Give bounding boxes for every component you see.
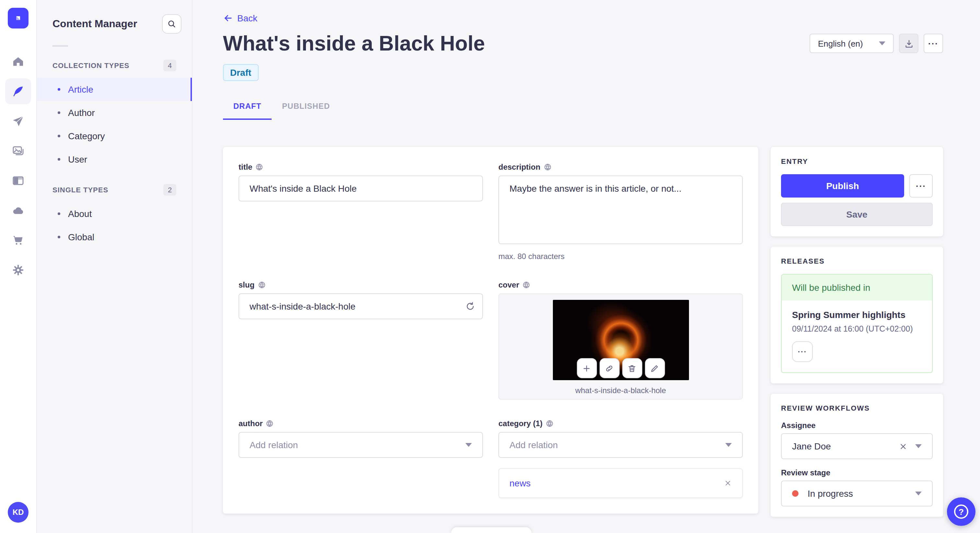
sidebar-media-library-button[interactable] <box>5 138 31 164</box>
section-count-badge: 4 <box>163 60 176 71</box>
delete-media-button[interactable] <box>622 358 642 378</box>
review-stage-label: Review stage <box>781 468 933 477</box>
field-cover: cover <box>498 281 743 400</box>
sidebar-content-manager-button[interactable] <box>5 78 31 104</box>
bullet-icon <box>58 158 60 160</box>
media-library-icon <box>12 144 25 157</box>
locale-value: English (en) <box>818 38 863 48</box>
assignee-label: Assignee <box>781 421 933 430</box>
sidebar-item-global[interactable]: Global <box>37 225 192 249</box>
sidebar-home-button[interactable] <box>5 49 31 75</box>
release-card: Will be published in Spring Summer highl… <box>781 274 933 373</box>
chevron-down-icon <box>915 492 922 495</box>
edit-media-button[interactable] <box>644 358 665 378</box>
regenerate-slug-button[interactable] <box>465 301 475 311</box>
back-link[interactable]: Back <box>223 13 257 23</box>
sidebar-content-type-builder-button[interactable] <box>5 168 31 194</box>
status-badge: Draft <box>223 64 258 81</box>
entry-more-button[interactable]: ··· <box>909 174 933 198</box>
add-component-pill[interactable] <box>451 527 531 533</box>
app-root: KD Content Manager COLLECTION TYPES 4 Ar… <box>0 0 980 533</box>
strapi-logo-icon <box>12 12 24 24</box>
release-more-button[interactable]: ··· <box>792 341 813 362</box>
localization-globe-icon <box>522 281 530 289</box>
tab-draft[interactable]: DRAFT <box>223 95 272 120</box>
chevron-down-icon <box>915 444 922 448</box>
add-media-button[interactable] <box>576 358 597 378</box>
sidebar-item-user[interactable]: User <box>37 148 192 171</box>
ellipsis-icon: ··· <box>916 182 926 190</box>
layout-icon <box>12 174 25 187</box>
sidebar-item-label: Author <box>68 108 95 118</box>
ellipsis-icon: ··· <box>928 39 939 48</box>
back-arrow-icon <box>223 13 233 23</box>
panel-title: REVIEW WORKFLOWS <box>781 404 933 412</box>
description-textarea[interactable]: Maybe the answer is in this article, or … <box>498 176 743 244</box>
relation-placeholder: Add relation <box>509 440 719 450</box>
title-input[interactable] <box>239 176 483 201</box>
sidebar-settings-button[interactable] <box>5 257 31 283</box>
help-button[interactable]: ? <box>947 497 975 526</box>
field-category: category (1) Add relation news <box>498 419 743 498</box>
home-icon <box>12 55 25 68</box>
sidebar-item-label: Global <box>68 232 94 242</box>
bullet-icon <box>58 213 60 215</box>
trash-icon <box>627 364 636 373</box>
main-content: Back What's inside a Black Hole English … <box>192 0 980 533</box>
user-avatar[interactable]: KD <box>8 502 29 523</box>
chevron-down-icon <box>879 41 885 45</box>
gear-icon <box>12 263 25 276</box>
sidebar-marketplace-button[interactable] <box>5 227 31 253</box>
sidebar-item-category[interactable]: Category <box>37 124 192 148</box>
sidebar-cloud-button[interactable] <box>5 198 31 224</box>
link-icon <box>605 364 614 373</box>
assignee-select[interactable]: Jane Doe <box>781 433 933 459</box>
localization-globe-icon <box>546 420 554 427</box>
sidebar-releases-button[interactable] <box>5 108 31 134</box>
section-collection-types: COLLECTION TYPES 4 <box>37 53 192 78</box>
localization-globe-icon <box>266 420 274 427</box>
copy-link-button[interactable] <box>599 358 619 378</box>
entry-form-card: title description Maybe the answer is in… <box>223 147 758 514</box>
back-label: Back <box>237 13 257 23</box>
header-more-button[interactable]: ··· <box>924 34 943 53</box>
subnav-title: Content Manager <box>52 18 137 30</box>
bullet-icon <box>58 135 60 137</box>
release-name: Spring Summer highlights <box>792 309 922 320</box>
export-button[interactable] <box>899 34 918 53</box>
save-button[interactable]: Save <box>781 203 933 226</box>
subnav-divider <box>52 45 68 47</box>
ellipsis-icon: ··· <box>798 348 807 355</box>
category-relation-select[interactable]: Add relation <box>498 432 743 458</box>
author-relation-select[interactable]: Add relation <box>239 432 483 458</box>
panel-title: ENTRY <box>781 157 933 165</box>
review-stage-select[interactable]: In progress <box>781 481 933 506</box>
sidebar-item-about[interactable]: About <box>37 202 192 225</box>
relation-link[interactable]: news <box>509 478 724 488</box>
search-button[interactable] <box>162 14 181 34</box>
locale-select[interactable]: English (en) <box>810 34 894 53</box>
field-slug: slug <box>239 281 483 400</box>
sidebar-item-article[interactable]: Article <box>37 78 192 101</box>
remove-relation-button[interactable] <box>724 479 732 487</box>
nav-rail: KD <box>0 0 37 533</box>
paper-plane-icon <box>12 115 25 128</box>
field-label-text: category (1) <box>498 419 542 428</box>
sidebar-item-label: About <box>68 209 92 219</box>
cart-icon <box>12 234 25 247</box>
cloud-icon <box>12 204 25 217</box>
strapi-logo[interactable] <box>8 8 29 29</box>
content-manager-subnav: Content Manager COLLECTION TYPES 4 Artic… <box>37 0 192 533</box>
tab-published[interactable]: PUBLISHED <box>272 95 340 120</box>
publish-button[interactable]: Publish <box>781 174 904 198</box>
sidebar-item-author[interactable]: Author <box>37 101 192 124</box>
stage-status-dot <box>792 490 799 497</box>
cover-toolbar <box>576 358 665 378</box>
version-tabs: DRAFT PUBLISHED <box>223 95 980 120</box>
field-label-text: description <box>498 163 540 171</box>
slug-input[interactable] <box>239 293 483 319</box>
field-title: title <box>239 163 483 261</box>
pencil-icon <box>650 364 659 373</box>
clear-assignee-button[interactable] <box>899 442 907 451</box>
section-label: SINGLE TYPES <box>52 186 108 194</box>
